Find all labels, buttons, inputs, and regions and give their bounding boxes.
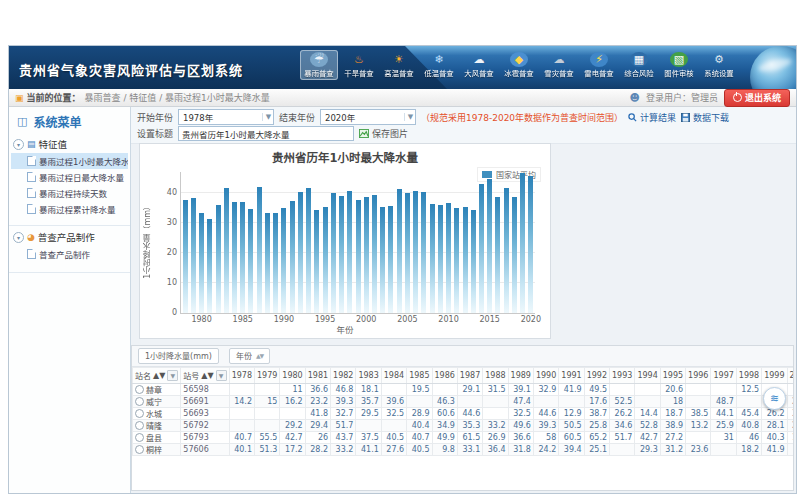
column-header-year-1988[interactable]: 1988 (483, 368, 508, 384)
logout-button[interactable]: 退出系统 (724, 89, 790, 107)
sort-icons[interactable]: ▲▼ (201, 371, 213, 380)
column-header-year-2000[interactable]: 2000 (787, 368, 793, 384)
sidebar-item[interactable]: 暴雨过程日最大降水量 (11, 169, 128, 185)
bar-1993 (306, 188, 311, 313)
sidebar-item[interactable]: 暴雨过程持续天数 (11, 185, 128, 201)
row-radio[interactable] (135, 385, 144, 394)
column-header-year-1990[interactable]: 1990 (533, 368, 558, 384)
globe-decoration-icon (750, 46, 796, 89)
nav-item-low-temp[interactable]: ❄低温普查 (420, 50, 458, 80)
chart-title-input[interactable] (178, 126, 354, 141)
column-header-year-1998[interactable]: 1998 (736, 368, 761, 384)
data-grid-widget: 1小时降水量(mm) 年份 ▲▼ 站名▲▼▼站号▲▼▼1978197919801… (131, 345, 794, 491)
nav-item-wind[interactable]: ☁大风普查 (460, 50, 498, 80)
column-header-year-1985[interactable]: 1985 (407, 368, 432, 384)
refresh-floating-button[interactable]: ≋ (763, 387, 786, 410)
collapse-toggle-icon[interactable]: ▾ (13, 232, 24, 243)
column-header-year-1987[interactable]: 1987 (457, 368, 482, 384)
nav-item-label: 大风普查 (462, 69, 497, 77)
collapse-toggle-icon[interactable]: ▾ (13, 139, 24, 150)
column-header-year-1982[interactable]: 1982 (331, 368, 356, 384)
column-header-year-1999[interactable]: 1999 (762, 368, 787, 384)
bar-1996 (331, 193, 336, 313)
bar-2020 (528, 176, 533, 313)
value-cell: 9.8 (432, 444, 457, 456)
row-radio[interactable] (135, 409, 144, 418)
year-field-chip[interactable]: 年份 ▲▼ (229, 348, 270, 364)
image-icon (359, 129, 369, 138)
table-scroll-area[interactable]: 站名▲▼▼站号▲▼▼197819791980198119821983198419… (132, 367, 793, 490)
nav-item-label: 干旱普查 (342, 69, 377, 77)
value-cell: 43.7 (331, 432, 356, 444)
data-download-button[interactable]: 数据下载 (681, 111, 729, 124)
value-cell: 27.2 (660, 432, 685, 444)
column-header-year-1992[interactable]: 1992 (584, 368, 609, 384)
value-cell: 17.6 (584, 396, 609, 408)
tree-group-list[interactable]: ▾▤特征值 (11, 135, 128, 153)
nav-item-composite-risk[interactable]: ▦综合风险 (620, 50, 658, 80)
column-header-year-1983[interactable]: 1983 (356, 368, 381, 384)
sidebar-item[interactable]: 暴雨过程累计降水量 (11, 201, 128, 217)
column-header-year-1997[interactable]: 1997 (711, 368, 736, 384)
sort-icons[interactable]: ▲▼ (153, 371, 165, 380)
column-header-name[interactable]: 站名▲▼▼ (133, 368, 181, 384)
value-cell: 46.8 (331, 384, 356, 396)
column-header-year-1984[interactable]: 1984 (381, 368, 406, 384)
bar-1990 (281, 208, 286, 313)
sidebar-item[interactable]: 普查产品制作 (11, 246, 128, 262)
bar-1994 (314, 210, 319, 313)
value-cell: 40.8 (736, 420, 761, 432)
value-cell (686, 396, 711, 408)
nav-item-drought[interactable]: ♨干旱普查 (340, 50, 378, 80)
tree-group-pie[interactable]: ▾◕普查产品制作 (11, 228, 128, 246)
value-cell: 46 (736, 432, 761, 444)
bar-1979 (191, 198, 196, 313)
value-field-chip[interactable]: 1小时降水量(mm) (138, 348, 219, 364)
column-header-year-1986[interactable]: 1986 (432, 368, 457, 384)
nav-item-snow-disaster[interactable]: ☁雪灾普查 (540, 50, 578, 80)
column-header-year-1995[interactable]: 1995 (660, 368, 685, 384)
station-id: 57606 (181, 444, 229, 456)
row-radio[interactable] (135, 421, 144, 430)
sidebar-tree-characteristics: ▾▤特征值暴雨过程1小时最大降水量暴雨过程日最大降水量暴雨过程持续天数暴雨过程累… (9, 135, 130, 226)
bar-1985 (240, 202, 245, 313)
start-year-select[interactable]: 1978年▼ (178, 109, 274, 125)
column-header-year-1994[interactable]: 1994 (635, 368, 660, 384)
column-header-year-1989[interactable]: 1989 (508, 368, 533, 384)
nav-item-settings[interactable]: ⚙系统设置 (700, 50, 738, 80)
value-cell: 33.2 (331, 444, 356, 456)
value-cell: 45.4 (736, 408, 761, 420)
value-cell: 28.9 (407, 408, 432, 420)
nav-item-hail[interactable]: ◆冰雹普查 (500, 50, 538, 80)
column-header-year-1979[interactable]: 1979 (254, 368, 279, 384)
y-tick-label: 10 (153, 278, 177, 287)
row-radio[interactable] (135, 445, 144, 454)
save-image-button[interactable]: 保存图片 (359, 127, 408, 140)
column-header-id[interactable]: 站号▲▼▼ (181, 368, 229, 384)
value-cell: 27.6 (381, 444, 406, 456)
row-radio[interactable] (135, 397, 144, 406)
nav-item-high-temp[interactable]: ☀高温普查 (380, 50, 418, 80)
filter-icon[interactable]: ▼ (216, 370, 227, 381)
value-cell: 29.3 (635, 444, 660, 456)
column-header-year-1980[interactable]: 1980 (280, 368, 305, 384)
value-cell: 32.7 (331, 408, 356, 420)
column-header-year-1991[interactable]: 1991 (559, 368, 584, 384)
nav-item-lightning[interactable]: ⚡雷电普查 (580, 50, 618, 80)
calculate-button[interactable]: 计算结果 (628, 111, 676, 124)
row-radio[interactable] (135, 433, 144, 442)
column-header-year-1981[interactable]: 1981 (305, 368, 330, 384)
breadcrumb[interactable]: 暴雨普查 / 特征值 / 暴雨过程1小时最大降水量 (85, 91, 270, 104)
filter-icon[interactable]: ▼ (167, 370, 178, 381)
column-header-year-1996[interactable]: 1996 (686, 368, 711, 384)
value-cell: 15 (254, 396, 279, 408)
bar-1981 (207, 219, 212, 314)
column-header-year-1978[interactable]: 1978 (229, 368, 254, 384)
value-cell: 55.5 (254, 432, 279, 444)
table-row: 威宁5669114.21516.223.239.335.739.646.347.… (133, 396, 794, 408)
nav-item-rainstorm[interactable]: ☔暴雨普查 (300, 50, 338, 80)
column-header-year-1993[interactable]: 1993 (610, 368, 635, 384)
nav-item-map-review[interactable]: ▧图件审核 (660, 50, 698, 80)
sidebar-item[interactable]: 暴雨过程1小时最大降水量 (11, 153, 128, 169)
end-year-select[interactable]: 2020年▼ (320, 109, 416, 125)
